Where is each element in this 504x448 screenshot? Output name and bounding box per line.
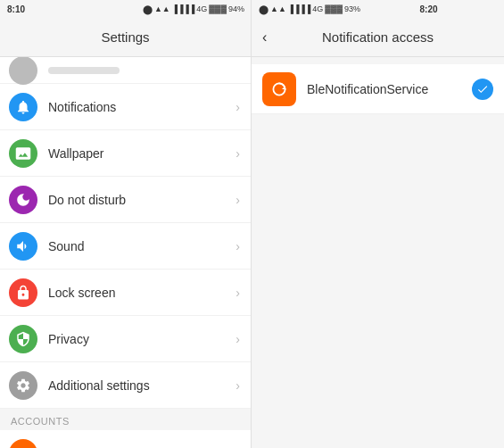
left-status-icons: ⬤ ▲▲ ▐▐▐▐ 4G ▓▓▓ 94% bbox=[143, 4, 244, 14]
signal-icon: ▐▐▐▐ bbox=[172, 4, 195, 13]
back-button[interactable]: ‹ bbox=[262, 29, 269, 46]
partial-icon bbox=[9, 56, 37, 85]
partial-bar bbox=[48, 67, 120, 74]
sound-chevron: › bbox=[235, 239, 240, 253]
additional-settings-label: Additional settings bbox=[48, 378, 235, 393]
check-icon bbox=[472, 79, 493, 100]
ble-service-label: BleNotificationService bbox=[307, 82, 472, 96]
right-panel: ⬤ ▲▲ ▐▐▐▐ 4G ▓▓▓ 93% 8:20 ‹ Notification… bbox=[252, 0, 504, 448]
wallpaper-label: Wallpaper bbox=[48, 146, 235, 161]
wallpaper-chevron: › bbox=[235, 146, 240, 161]
svg-rect-0 bbox=[269, 79, 290, 100]
network-type: 4G bbox=[196, 4, 207, 13]
right-battery-pct: 93% bbox=[344, 4, 360, 13]
accounts-list: M Mi Account › A All › bbox=[0, 430, 251, 448]
additional-settings-icon bbox=[9, 371, 37, 400]
lock-screen-label: Lock screen bbox=[48, 286, 235, 300]
settings-item-notifications[interactable]: Notifications › bbox=[0, 84, 251, 130]
left-panel: 8:10 ⬤ ▲▲ ▐▐▐▐ 4G ▓▓▓ 94% Settings Notif… bbox=[0, 0, 252, 448]
settings-item-lock-screen[interactable]: Lock screen › bbox=[0, 270, 251, 316]
battery-icon: ▓▓▓ bbox=[209, 4, 227, 13]
notification-access-header: ‹ Notification access bbox=[252, 18, 504, 57]
sound-label: Sound bbox=[48, 239, 235, 253]
accounts-section-header: ACCOUNTS bbox=[0, 409, 251, 430]
privacy-chevron: › bbox=[235, 332, 240, 346]
status-bar-right: ⬤ ▲▲ ▐▐▐▐ 4G ▓▓▓ 93% 8:20 bbox=[252, 0, 504, 18]
ble-notification-item[interactable]: BleNotificationService bbox=[252, 64, 504, 114]
battery-pct-left: 94% bbox=[228, 4, 244, 13]
settings-item-mi-account[interactable]: M Mi Account › bbox=[0, 430, 251, 448]
right-wifi-icon: ▲▲ bbox=[270, 4, 286, 13]
privacy-label: Privacy bbox=[48, 332, 235, 346]
settings-item-sound[interactable]: Sound › bbox=[0, 223, 251, 270]
privacy-icon bbox=[9, 325, 37, 353]
settings-item-privacy[interactable]: Privacy › bbox=[0, 316, 251, 362]
dnd-chevron: › bbox=[235, 193, 240, 207]
dnd-label: Do not disturb bbox=[48, 193, 235, 207]
left-time: 8:10 bbox=[7, 4, 25, 14]
sound-icon bbox=[9, 232, 37, 261]
right-network-type: 4G bbox=[312, 4, 323, 13]
right-battery-icon: ▓▓▓ bbox=[325, 4, 343, 13]
notifications-chevron: › bbox=[235, 100, 240, 114]
right-time: 8:20 bbox=[420, 4, 438, 14]
settings-list: Notifications › Wallpaper › Do not distu… bbox=[0, 84, 251, 409]
wifi-icon: ▲▲ bbox=[154, 4, 170, 13]
back-arrow-icon: ‹ bbox=[262, 29, 267, 46]
lock-screen-chevron: › bbox=[235, 286, 240, 300]
partial-item bbox=[0, 57, 251, 84]
notifications-icon bbox=[9, 93, 37, 121]
mi-account-icon: M bbox=[9, 439, 37, 449]
settings-item-dnd[interactable]: Do not disturb › bbox=[0, 177, 251, 223]
ble-app-icon bbox=[262, 72, 296, 106]
additional-chevron: › bbox=[235, 378, 240, 393]
settings-item-additional[interactable]: Additional settings › bbox=[0, 362, 251, 409]
bluetooth-icon: ⬤ bbox=[143, 4, 153, 14]
right-signal-icon: ▐▐▐▐ bbox=[288, 4, 311, 13]
notifications-label: Notifications bbox=[48, 100, 235, 114]
lock-screen-icon bbox=[9, 278, 37, 307]
notification-access-title: Notification access bbox=[322, 29, 434, 45]
dnd-icon bbox=[9, 186, 37, 214]
right-bluetooth-icon: ⬤ bbox=[259, 4, 269, 14]
settings-header: Settings bbox=[0, 18, 251, 57]
wallpaper-icon bbox=[9, 139, 37, 168]
status-bar-left: 8:10 ⬤ ▲▲ ▐▐▐▐ 4G ▓▓▓ 94% bbox=[0, 0, 252, 18]
right-status-icons: ⬤ ▲▲ ▐▐▐▐ 4G ▓▓▓ 93% bbox=[259, 4, 360, 14]
settings-title: Settings bbox=[101, 29, 149, 45]
settings-item-wallpaper[interactable]: Wallpaper › bbox=[0, 130, 251, 177]
